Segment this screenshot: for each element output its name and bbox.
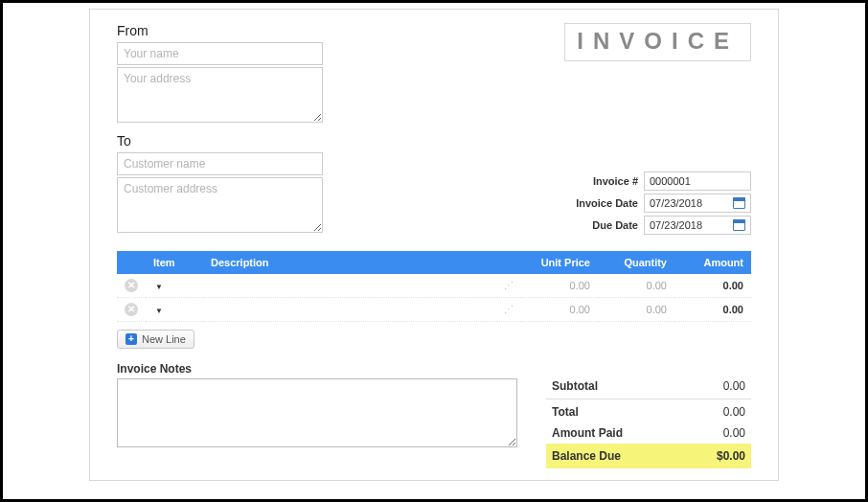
from-section: From bbox=[117, 23, 323, 127]
col-item: Item bbox=[146, 251, 203, 274]
resize-grip-icon[interactable]: ⋰ bbox=[504, 307, 514, 316]
page-frame: From INVOICE To Invoice # 0000001 bbox=[0, 0, 868, 502]
table-row: ✕ ⋰ 0.00 0.00 0.00 bbox=[117, 274, 751, 298]
from-label: From bbox=[117, 23, 323, 38]
invoice-number-label: Invoice # bbox=[533, 175, 638, 187]
totals-section: Subtotal 0.00 Total 0.00 Amount Paid 0.0… bbox=[546, 376, 751, 468]
unit-price-cell[interactable]: 0.00 bbox=[521, 298, 598, 322]
invoice-date-input[interactable]: 07/23/2018 bbox=[644, 194, 751, 213]
chevron-down-icon[interactable] bbox=[153, 304, 163, 315]
delete-row-icon[interactable]: ✕ bbox=[125, 279, 138, 292]
plus-icon: + bbox=[126, 333, 137, 345]
items-header-row: Item Description Unit Price Quantity Amo… bbox=[117, 251, 751, 274]
from-address-input[interactable] bbox=[117, 67, 323, 123]
resize-grip-icon[interactable]: ⋰ bbox=[504, 283, 514, 292]
due-date-input[interactable]: 07/23/2018 bbox=[644, 216, 751, 235]
col-amount: Amount bbox=[674, 251, 751, 274]
new-line-button[interactable]: + New Line bbox=[117, 330, 194, 349]
notes-textarea[interactable] bbox=[117, 378, 517, 447]
notes-section: Invoice Notes bbox=[117, 362, 517, 468]
item-cell[interactable] bbox=[146, 274, 203, 298]
due-date-label: Due Date bbox=[533, 219, 638, 231]
invoice-number-input[interactable]: 0000001 bbox=[644, 171, 751, 191]
unit-price-cell[interactable]: 0.00 bbox=[521, 274, 598, 298]
total-value: 0.00 bbox=[723, 405, 745, 419]
to-name-input[interactable] bbox=[117, 152, 323, 175]
chevron-down-icon[interactable] bbox=[153, 280, 163, 291]
to-section: To bbox=[117, 133, 323, 238]
invoice-title: INVOICE bbox=[564, 23, 751, 61]
delete-row-icon[interactable]: ✕ bbox=[125, 303, 138, 316]
notes-label: Invoice Notes bbox=[117, 362, 517, 376]
invoice-number-value: 0000001 bbox=[650, 175, 691, 187]
invoice-meta: Invoice # 0000001 Invoice Date 07/23/201… bbox=[483, 171, 751, 238]
calendar-icon[interactable] bbox=[733, 197, 745, 209]
table-row: ✕ ⋰ 0.00 0.00 0.00 bbox=[117, 298, 751, 322]
to-label: To bbox=[117, 133, 323, 148]
col-description: Description bbox=[203, 251, 496, 274]
items-table: Item Description Unit Price Quantity Amo… bbox=[117, 251, 751, 322]
invoice-date-label: Invoice Date bbox=[533, 197, 638, 209]
quantity-cell[interactable]: 0.00 bbox=[598, 274, 674, 298]
invoice-panel: From INVOICE To Invoice # 0000001 bbox=[89, 9, 779, 481]
amount-cell: 0.00 bbox=[674, 274, 751, 298]
col-quantity: Quantity bbox=[598, 251, 674, 274]
amount-paid-label: Amount Paid bbox=[552, 426, 623, 440]
description-cell[interactable] bbox=[203, 298, 496, 322]
quantity-cell[interactable]: 0.00 bbox=[598, 298, 674, 322]
calendar-icon[interactable] bbox=[733, 219, 745, 231]
balance-due-label: Balance Due bbox=[552, 449, 621, 463]
new-line-label: New Line bbox=[142, 333, 186, 345]
item-cell[interactable] bbox=[146, 298, 203, 322]
subtotal-value: 0.00 bbox=[723, 379, 745, 393]
to-address-input[interactable] bbox=[117, 177, 323, 233]
description-cell[interactable] bbox=[203, 274, 496, 298]
amount-cell: 0.00 bbox=[674, 298, 751, 322]
subtotal-label: Subtotal bbox=[552, 379, 598, 393]
invoice-date-value: 07/23/2018 bbox=[650, 197, 702, 209]
total-label: Total bbox=[552, 405, 579, 419]
from-name-input[interactable] bbox=[117, 42, 323, 65]
due-date-value: 07/23/2018 bbox=[650, 219, 702, 231]
col-unit-price: Unit Price bbox=[521, 251, 598, 274]
amount-paid-value: 0.00 bbox=[723, 426, 745, 440]
balance-due-value: $0.00 bbox=[717, 449, 745, 463]
